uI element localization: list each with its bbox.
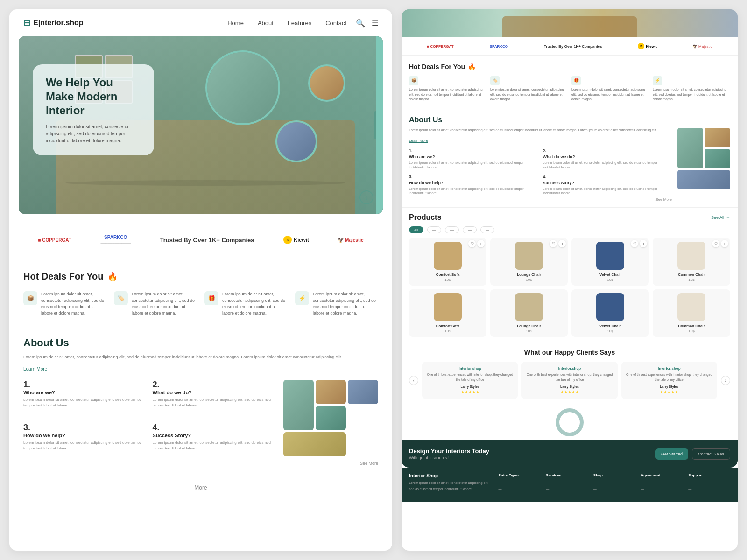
testimonial-author-1: Larry Styles	[427, 385, 513, 388]
footer-col-services-title: Services	[546, 473, 588, 477]
about-grid: 1. Who are we? Lorem ipsum dolor sit ame…	[23, 380, 274, 458]
product-card-5[interactable]: Comfort Sofa 10$	[409, 289, 486, 337]
testimonial-stars-2: ★★★★★	[526, 390, 613, 394]
footer-col-shop: Shop — — —	[593, 473, 635, 498]
cart-btn-3[interactable]: +	[640, 240, 647, 247]
about-number-2: 2.	[153, 380, 275, 390]
product-actions-1: ♡ +	[468, 240, 485, 247]
testimonial-logo-3: Interior.shop	[626, 366, 712, 371]
cta-title: Design Your Interiors Today	[409, 448, 650, 455]
testimonial-logo-1: Interior.shop	[427, 366, 513, 371]
wishlist-btn-2[interactable]: ♡	[550, 240, 557, 247]
filter-1[interactable]: —	[427, 226, 441, 233]
products-grid-row2: Comfort Sofa 10$ Lounge Chair 10$ Velvet…	[409, 289, 730, 337]
footer-agreement-2: —	[641, 486, 683, 492]
about-item-title-3: How do we help?	[23, 433, 145, 438]
cart-btn-1[interactable]: +	[477, 240, 485, 247]
wishlist-btn-3[interactable]: ♡	[631, 240, 638, 247]
deal-item-2: 🏷️ Lorem ipsum dolor sit amet, consectet…	[114, 291, 197, 316]
nav-features[interactable]: Features	[288, 20, 311, 27]
testimonials-title: What our Happy Clients Says	[409, 349, 730, 356]
testimonial-text-2: One of th best experiences with interior…	[526, 372, 613, 382]
product-wrap-1: ♡ + Comfort Sofa 10$	[409, 238, 486, 286]
see-all-link[interactable]: See All →	[711, 215, 730, 220]
right-about-item-title-2: 2.	[543, 148, 672, 153]
mosaic-img-2	[316, 380, 346, 404]
product-img-8	[677, 293, 705, 321]
product-card-7[interactable]: Velvet Chair 10$	[571, 289, 649, 337]
coppergat-logo: ■ COPPERGAT	[38, 238, 71, 243]
right-about-item-3: 3. How do we help? Lorem ipsum dolor sit…	[409, 175, 538, 196]
deal-item-3: 🎁 Lorem ipsum dolor sit amet, consectetu…	[204, 291, 288, 316]
filter-2[interactable]: —	[445, 226, 459, 233]
about-bottom: 1. Who are we? Lorem ipsum dolor sit ame…	[23, 380, 378, 458]
brands-row: ■ COPPERGAT SPARKCO ───────────── Truste…	[9, 223, 392, 257]
search-icon[interactable]: 🔍	[356, 19, 365, 28]
right-see-more: See More	[409, 197, 672, 202]
product-card-2[interactable]: ♡ + Lounge Chair 10$	[490, 238, 568, 286]
nav-home[interactable]: Home	[227, 20, 244, 27]
product-price-8: 10$	[656, 329, 726, 333]
right-deal-2: 🏷️ Lorem ipsum dolor sit amet, consectet…	[490, 76, 568, 102]
product-card-3[interactable]: ♡ + Velvet Chair 10$	[571, 238, 649, 286]
contact-sales-button[interactable]: Contact Sales	[692, 448, 730, 460]
sparkco-logo: SPARKCO	[104, 235, 127, 240]
mosaic-img-1	[283, 380, 314, 430]
product-card-4[interactable]: ♡ + Common Chair 10$	[653, 238, 730, 286]
nav-contact[interactable]: Contact	[325, 20, 346, 27]
deal-text-4: Lorem ipsum dolor sit amet, consectetur …	[313, 291, 378, 316]
nav-about[interactable]: About	[258, 20, 274, 27]
right-num-2: 2.	[543, 148, 547, 153]
right-mosaic-1	[677, 128, 703, 168]
testimonial-next-arrow[interactable]: ›	[721, 376, 730, 385]
about-item-1: 1. Who are we? Lorem ipsum dolor sit ame…	[23, 380, 145, 415]
right-panel: ■ COPPERGAT SPARKCO Trusted By Over 1K+ …	[402, 9, 738, 551]
wishlist-btn-1[interactable]: ♡	[468, 240, 476, 247]
right-learn-more[interactable]: Learn More	[409, 139, 428, 143]
footer-service-2: —	[546, 486, 588, 492]
mosaic-img-4	[316, 406, 346, 430]
see-more-link[interactable]: See More	[360, 461, 378, 466]
right-about-item-text-3: Lorem ipsum dolor sit amet, consectetur …	[409, 187, 538, 196]
right-deal-icon-1: 📦	[409, 76, 418, 85]
more-text: More	[9, 477, 392, 498]
right-about-title: About Us	[409, 116, 730, 124]
filter-all[interactable]: All	[409, 226, 423, 233]
testimonial-text-3: One of th best experiences with interior…	[626, 372, 712, 382]
right-mosaic-3	[705, 149, 730, 168]
product-card-8[interactable]: Common Chair 10$	[653, 289, 730, 337]
right-hot-deals: Hot Deals For You 🔥 📦 Lorem ipsum dolor …	[402, 56, 738, 110]
about-item-title-2: What do we do?	[153, 390, 275, 395]
right-num-1: 1.	[409, 148, 413, 153]
product-card-1[interactable]: ♡ + Comfort Sofa 10$	[409, 238, 486, 286]
logo[interactable]: ⊟ E|nterior.shop	[23, 18, 84, 28]
wishlist-btn-4[interactable]: ♡	[712, 240, 719, 247]
cart-btn-4[interactable]: +	[721, 240, 728, 247]
about-description: Lorem ipsum dolor sit amet, consectetur …	[23, 354, 378, 360]
learn-more-link[interactable]: Learn More	[23, 366, 47, 371]
scroll-indicator[interactable]: ↓	[359, 190, 374, 204]
circle-interior-2	[277, 122, 316, 161]
product-name-5: Comfort Sofa	[413, 324, 483, 328]
filter-4[interactable]: —	[480, 226, 494, 233]
logo-icon: ⊟	[23, 18, 30, 28]
product-name-2: Lounge Chair	[494, 273, 564, 277]
right-success: Success Story?	[543, 181, 672, 185]
product-price-5: 10$	[413, 329, 483, 333]
arrow-right-icon: →	[726, 215, 730, 220]
product-wrap-2: ♡ + Lounge Chair 10$	[490, 238, 568, 286]
testimonial-card-1: Interior.shop One of th best experiences…	[422, 362, 518, 399]
cart-btn-2[interactable]: +	[558, 240, 566, 247]
right-deal-3: 🎁 Lorem ipsum dolor sit amet, consectetu…	[571, 76, 649, 102]
hero-section: We Help You Make Modern Interior Lorem i…	[19, 36, 383, 214]
hot-deals-section: Hot Deals For You 🔥 📦 Lorem ipsum dolor …	[9, 257, 392, 326]
menu-icon[interactable]: ☰	[372, 19, 378, 28]
right-kiewit-text: Kiewit	[646, 44, 657, 49]
testimonial-prev-arrow[interactable]: ‹	[409, 376, 418, 385]
get-started-button[interactable]: Get Started	[655, 448, 688, 460]
product-wrap-7: Velvet Chair 10$	[571, 289, 649, 337]
right-see-more-text[interactable]: See More	[655, 197, 672, 202]
deals-grid: 📦 Lorem ipsum dolor sit amet, consectetu…	[23, 291, 378, 316]
filter-3[interactable]: —	[463, 226, 477, 233]
product-card-6[interactable]: Lounge Chair 10$	[490, 289, 568, 337]
